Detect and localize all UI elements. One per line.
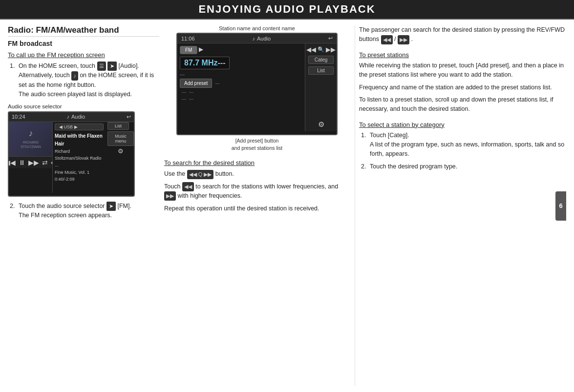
search-nav-btn[interactable]: 🔍 (318, 46, 324, 53)
page-header: ENJOYING AUDIO PLAYBACK (0, 0, 574, 20)
category-heading: To select a station by category (359, 121, 566, 128)
mid-back-icon: ↩ (328, 35, 333, 41)
audio-screen-container: 10:24 ♪ Audio ↩ ♪ RICHARDSTOLTZMAN (8, 111, 159, 197)
categ-btn[interactable]: Categ (308, 56, 334, 64)
mid-fm-top: 11:06 ♪ Audio ↩ (177, 34, 337, 43)
prev-btn[interactable]: ◀◀ (9, 159, 16, 166)
audio-right-inner: ◀ USB ▶ Maid with the Flaxen Hair Richar… (53, 122, 134, 193)
track-title: Maid with the Flaxen Hair (55, 132, 104, 148)
dash-4: --- (182, 97, 186, 102)
shuffle-btn[interactable]: ⇄ (42, 159, 48, 166)
menu-icon: ☰ (97, 62, 106, 71)
subsection-title: FM broadcast (8, 40, 159, 47)
rev-nav-btn[interactable]: ◀◀ (306, 46, 316, 53)
audio-controls: ◀◀ ⏸ ▶▶ ⇄ ↩ (9, 156, 52, 168)
artist-name: Richard Stoltzman/Slovak Radio ... (55, 148, 104, 169)
usb-tab: ◀ USB ▶ (55, 124, 104, 130)
call-up-heading: To call up the FM reception screen (8, 51, 159, 59)
note-icon: ♪ (66, 114, 69, 120)
mid-fm-freq: 87.7 MHz--- (180, 57, 230, 69)
preset-para-1: While receiving the station to preset, t… (359, 61, 566, 80)
mid-fm-left: FM ▶ 87.7 MHz--- --- Add preset --- --- … (177, 43, 305, 131)
dash-3: --- (189, 90, 193, 95)
list-btn[interactable]: List (107, 122, 129, 130)
audio-screen-top: 10:24 ♪ Audio ↩ (9, 112, 134, 122)
steps-list: 1. On the HOME screen, touch ☰ ➤ [Audio]… (8, 62, 159, 100)
mid-fm-screen: 11:06 ♪ Audio ↩ FM ▶ 87.7 MHz--- --- Add (176, 33, 338, 135)
header-title: ENJOYING AUDIO PLAYBACK (198, 3, 375, 15)
arrow-audio-btn: ➤ (107, 62, 117, 71)
intro-section: The passenger can search for the desired… (359, 25, 566, 44)
audio-source-name: Audio (71, 114, 85, 120)
fwd-fwd-icon: ▶▶ (398, 35, 409, 44)
album-art: ♪ RICHARDSTOLTZMAN (9, 122, 53, 156)
preset-para-2: Frequency and name of the station are ad… (359, 83, 566, 92)
add-preset-btn[interactable]: Add preset (180, 79, 212, 88)
cat-step-1: 1. Touch [Categ]. A list of the program … (361, 131, 566, 159)
bracket-label-1: [Add preset] button (235, 138, 279, 144)
left-column: Radio: FM/AM/weather band FM broadcast T… (8, 25, 159, 386)
step-1: 1. On the HOME screen, touch ☰ ➤ [Audio]… (10, 62, 159, 100)
cat-step-1-text: Touch [Categ]. (370, 132, 409, 139)
audio-time: 10:24 (12, 114, 25, 120)
cat-step-2-text: Touch the desired program type. (370, 163, 457, 170)
rev-btn[interactable]: ◀◀ (182, 182, 194, 191)
step-2: 2. Touch the audio source selector ➤ [FM… (10, 202, 159, 221)
intro-text: The passenger can search for the desired… (359, 25, 566, 44)
cat-step-2: 2. Touch the desired program type. (361, 162, 566, 171)
search-section: To search for the desired station Use th… (164, 159, 350, 213)
mid-fm-time: 11:06 (181, 36, 195, 41)
audio-right-panel: ◀ USB ▶ Maid with the Flaxen Hair Richar… (53, 122, 106, 193)
audio-screen-inner: ♪ RICHARDSTOLTZMAN ◀◀ ⏸ ▶▶ ⇄ ↩ (9, 122, 134, 193)
bracket-label: [Add preset] button and preset stations … (164, 137, 350, 151)
track-info: Maid with the Flaxen Hair Richard Stoltz… (55, 132, 104, 191)
audio-right-btns: List Music menu ⚙ (107, 122, 134, 193)
usb-label: ◀ (59, 124, 64, 129)
preset-para-3: To listen to a preset station, scroll up… (359, 95, 566, 114)
rev-fwd-icon: ◀◀ (381, 35, 393, 44)
mid-nav-row: ◀◀ 🔍 ▶▶ (306, 46, 336, 53)
music-menu-btn[interactable]: Music menu (107, 131, 134, 146)
music-icon: ♪ (71, 71, 78, 81)
fwd-nav-btn[interactable]: ▶▶ (326, 46, 336, 53)
mid-note-icon: ♪ (252, 36, 255, 41)
audio-left-panel: ♪ RICHARDSTOLTZMAN ◀◀ ⏸ ▶▶ ⇄ ↩ (9, 122, 53, 193)
middle-column: Station name and content name 11:06 ♪ Au… (164, 25, 350, 386)
dash-5: --- (189, 97, 193, 102)
fwd-btn[interactable]: ▶▶ (164, 191, 176, 201)
back-icon: ↩ (127, 114, 131, 120)
preset-row-3: --- --- (180, 97, 302, 102)
pause-btn[interactable]: ⏸ (19, 159, 25, 166)
dash-1: --- (215, 81, 219, 86)
search-para-2: Touch ◀◀ to search for the stations with… (164, 182, 350, 201)
search-btn[interactable]: ◀◀ Q ▶▶ (187, 170, 214, 179)
category-section: To select a station by category 1. Touch… (359, 121, 566, 172)
duration: 0:40/-2:09 (55, 176, 104, 183)
search-para-3: Repeat this operation until the desired … (164, 204, 350, 213)
right-column: 6 The passenger can search for the desir… (355, 25, 566, 386)
list-side-btn[interactable]: List (308, 66, 334, 75)
gear-icon[interactable]: ⚙ (107, 147, 134, 155)
steps-list-2: 2. Touch the audio source selector ➤ [FM… (8, 202, 159, 221)
mid-fm-small: --- (180, 72, 302, 77)
preset-row-1: Add preset --- (180, 79, 302, 88)
arrow-fm-btn: ➤ (106, 202, 116, 211)
preset-section: To preset stations While receiving the s… (359, 51, 566, 114)
section-title: Radio: FM/AM/weather band (8, 25, 159, 37)
album-name: Fine Music, Vol. 1 (55, 169, 104, 176)
mid-fm-tab-row: FM ▶ (180, 46, 302, 54)
mid-fm-inner: FM ▶ 87.7 MHz--- --- Add preset --- --- … (177, 43, 337, 131)
fm-tab[interactable]: FM (180, 46, 197, 54)
next-btn[interactable]: ▶▶ (28, 159, 39, 166)
search-heading: To search for the desired station (164, 159, 350, 166)
mid-gear-icon[interactable]: ⚙ (318, 120, 324, 129)
mid-fm-source: Audio (257, 36, 271, 41)
preset-heading: To preset stations (359, 51, 566, 59)
cat-step-1-subtext: A list of the program type, such as news… (370, 141, 564, 157)
search-para-1: Use the ◀◀ Q ▶▶ button. (164, 169, 350, 179)
audio-source-label: Audio source selector (8, 103, 159, 109)
bracket-label-2: and preset stations list (232, 145, 282, 151)
cat-steps-list: 1. Touch [Categ]. A list of the program … (359, 131, 566, 172)
audio-screen-mockup: 10:24 ♪ Audio ↩ ♪ RICHARDSTOLTZMAN (8, 111, 135, 197)
station-name-label: Station name and content name (164, 25, 350, 31)
